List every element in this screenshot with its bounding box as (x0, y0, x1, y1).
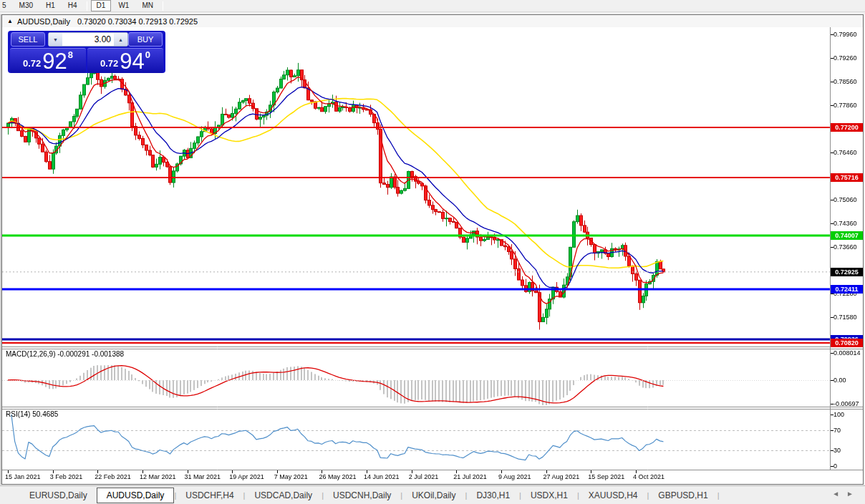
date-tick-label: 3 Feb 2021 (50, 473, 83, 480)
axis-tick-label: 0.79260 (833, 54, 857, 62)
date-tick-label: 21 Jul 2021 (453, 473, 487, 480)
tab-scroll-left-icon: ◄ (832, 490, 846, 498)
price-level-badge: 0.72925 (831, 268, 863, 276)
axis-tick-label: 70 (833, 427, 841, 435)
axis-tick-label: 0.71580 (833, 314, 857, 321)
tab-usdcnh[interactable]: USDCNH,Daily (324, 488, 400, 503)
timeframe-toolbar: 5M30H1H4D1W1MN (0, 0, 865, 12)
date-tick-label: 14 Jun 2021 (364, 473, 400, 480)
price-level-badge: 0.70820 (831, 339, 863, 347)
axis-tick-label: 0.00 (833, 377, 846, 384)
date-tick-label: 15 Jan 2021 (5, 473, 41, 480)
trading-terminal: 5M30H1H4D1W1MN ▲ AUDUSD,Daily 0.73020 0.… (0, 0, 865, 504)
chart-canvas[interactable] (2, 27, 863, 484)
tab-usdx[interactable]: USDX,H1 (521, 488, 577, 503)
volume-increase-button[interactable]: ▲ (114, 33, 127, 46)
chart-ohlc-quotes: 0.73020 0.73034 0.72913 0.72925 (77, 17, 198, 26)
chart-symbol-period: AUDUSD,Daily (17, 17, 70, 26)
timeframe-button-5[interactable]: 5 (0, 0, 12, 11)
timeframe-button-h4[interactable]: H4 (62, 0, 83, 11)
tab-divider: | (717, 491, 720, 500)
axis-tick-label: 0 (833, 462, 837, 470)
sell-button[interactable]: SELL (11, 32, 45, 47)
tab-usdchf[interactable]: USDCHF,H4 (176, 488, 243, 503)
date-tick-label: 22 Feb 2021 (95, 473, 131, 480)
price-level-badge: 0.75716 (831, 173, 863, 182)
timeframe-button-m30[interactable]: M30 (14, 0, 39, 11)
timeframe-button-mn[interactable]: MN (136, 0, 159, 11)
macd-indicator-label: MACD(12,26,9) -0.000291 -0.001388 (6, 350, 124, 358)
date-tick-label: 31 Mar 2021 (185, 473, 221, 480)
price-level-badge: 0.77200 (831, 123, 863, 132)
buy-price-main: 94 (120, 51, 144, 72)
tab-scroll-right-icon: ► (846, 490, 861, 498)
date-tick-label: 15 Sep 2021 (588, 473, 624, 480)
toolbar-separator (163, 1, 163, 11)
buy-price-prefix: 0.72 (100, 58, 118, 69)
volume-stepper: ▼ ▲ (48, 32, 128, 47)
sell-price-pip: 8 (68, 49, 73, 60)
date-tick-label: 27 Aug 2021 (543, 473, 580, 480)
volume-decrease-button[interactable]: ▼ (49, 33, 62, 46)
one-click-trading-panel: SELL ▼ ▲ BUY 0.72 92 8 0.72 (8, 31, 165, 73)
chart-window: ▲ AUDUSD,Daily 0.73020 0.73034 0.72913 0… (1, 14, 864, 485)
date-tick-label: 9 Aug 2021 (498, 473, 531, 480)
price-level-badge: 0.74007 (831, 231, 863, 240)
tab-audusd[interactable]: AUDUSD,Daily (97, 488, 175, 503)
chart-area: SELL ▼ ▲ BUY 0.72 92 8 0.72 (2, 27, 863, 484)
axis-tick-label: 30 (833, 447, 841, 455)
volume-input[interactable] (62, 33, 114, 46)
tab-scroll-arrows[interactable]: ◄► (832, 490, 861, 498)
tab-xauusd[interactable]: XAUUSD,H4 (579, 488, 647, 503)
symbol-arrow-icon: ▲ (7, 18, 13, 24)
tab-eurusd[interactable]: EURUSD,Daily (20, 488, 97, 503)
axis-tick-label: 0.77860 (833, 102, 857, 110)
tab-ukoil[interactable]: UKOil,Daily (402, 488, 465, 503)
axis-tick-label: 0.75060 (833, 196, 857, 204)
axis-tick-label: 0.76460 (833, 149, 857, 157)
timeframe-button-h1[interactable]: H1 (40, 0, 61, 11)
axis-tick-label: 0.78560 (833, 78, 857, 86)
axis-tick-label: -0.00697 (833, 400, 859, 408)
date-tick-label: 19 Apr 2021 (229, 473, 264, 480)
rsi-indicator-label: RSI(14) 50.4685 (6, 410, 58, 418)
date-tick-label: 12 Mar 2021 (140, 473, 176, 480)
axis-tick-label: 100 (833, 411, 844, 419)
timeframe-button-d1[interactable]: D1 (91, 0, 112, 11)
buy-price-pip: 0 (145, 49, 150, 60)
chart-title-bar: ▲ AUDUSD,Daily 0.73020 0.73034 0.72913 0… (2, 15, 863, 27)
tab-dj30[interactable]: DJ30,H1 (467, 488, 519, 503)
axis-tick-label: 0.73660 (833, 243, 857, 251)
buy-price-display[interactable]: 0.72 94 0 (87, 48, 163, 73)
axis-tick-label: 0.008014 (833, 349, 861, 357)
date-tick-label: 2 Jul 2021 (409, 473, 439, 480)
sell-price-display[interactable]: 0.72 92 8 (10, 48, 86, 73)
sell-price-prefix: 0.72 (23, 58, 41, 69)
axis-tick-label: 0.79960 (833, 31, 857, 39)
axis-tick-label: 0.74360 (833, 220, 857, 228)
buy-button[interactable]: BUY (128, 32, 163, 47)
date-tick-label: 26 May 2021 (319, 473, 356, 480)
price-level-badge: 0.72411 (831, 285, 863, 294)
tab-gbpusd[interactable]: GBPUSD,H1 (649, 488, 717, 503)
symbol-tab-bar: EURUSD,DailyAUDUSD,Daily|USDCHF,H4|USDCA… (0, 485, 865, 504)
date-tick-label: 7 May 2021 (274, 473, 308, 480)
date-tick-label: 4 Oct 2021 (633, 473, 665, 480)
tab-usdcad[interactable]: USDCAD,Daily (245, 488, 322, 503)
sell-price-main: 92 (42, 51, 67, 72)
toolbar-separator (87, 1, 87, 11)
timeframe-button-w1[interactable]: W1 (112, 0, 135, 11)
